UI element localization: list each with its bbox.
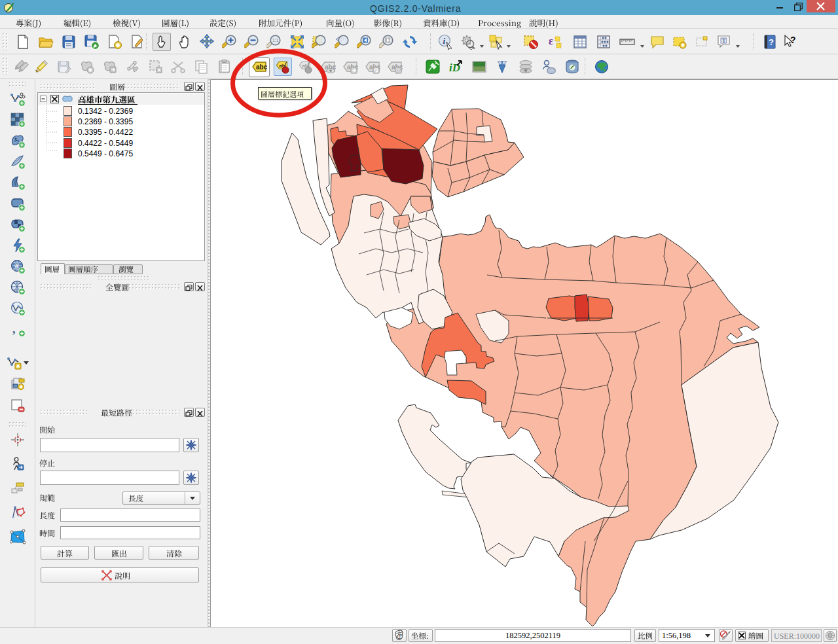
svg-text:,: , bbox=[12, 323, 16, 336]
svg-text:!: ! bbox=[399, 634, 401, 640]
svg-text:i: i bbox=[443, 36, 446, 46]
svg-text:?: ? bbox=[790, 35, 796, 45]
svg-text:ε: ε bbox=[549, 35, 553, 46]
svg-text:1:1: 1:1 bbox=[272, 38, 279, 43]
svg-text:?: ? bbox=[769, 37, 774, 47]
svg-text:W: W bbox=[14, 264, 19, 268]
svg-text:T: T bbox=[722, 37, 726, 44]
